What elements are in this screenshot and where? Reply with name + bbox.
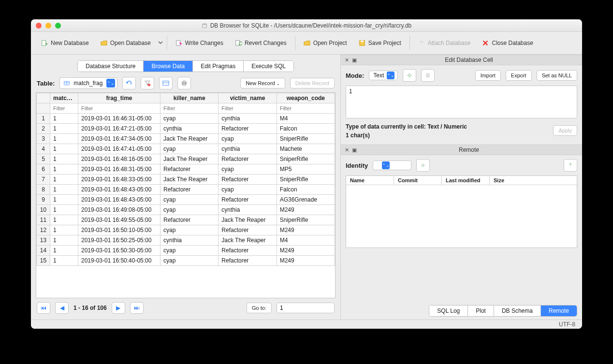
filter-input[interactable]: [221, 105, 273, 111]
cell[interactable]: Refactorer: [219, 246, 277, 256]
cell[interactable]: 1: [50, 175, 78, 185]
clear-filters-button[interactable]: [141, 77, 154, 89]
cell[interactable]: 2019-03-01 16:47:41-05:00: [78, 144, 161, 154]
cell[interactable]: cynthia: [219, 114, 277, 124]
filter-input[interactable]: [81, 105, 157, 111]
indent-button[interactable]: [421, 69, 435, 82]
cell[interactable]: 1: [50, 185, 78, 195]
cell[interactable]: Jack The Reaper: [219, 215, 277, 225]
cell[interactable]: 1: [50, 205, 78, 215]
table-row[interactable]: 712019-03-01 16:48:33-05:00Jack The Reap…: [37, 175, 335, 185]
tab-plot[interactable]: Plot: [468, 306, 494, 316]
column-header[interactable]: weapon_code: [277, 93, 335, 103]
next-page-button[interactable]: ▶: [112, 302, 125, 314]
cell[interactable]: 2019-03-01 16:47:34-05:00: [78, 134, 161, 144]
save-project-button[interactable]: Save Project: [354, 37, 406, 49]
panel-detach-icon[interactable]: ▣: [352, 57, 357, 63]
goto-button[interactable]: Go to:: [247, 303, 272, 313]
panel-close-icon[interactable]: ✕: [345, 147, 349, 153]
export-button[interactable]: Export: [506, 70, 532, 81]
cell[interactable]: M249: [277, 246, 335, 256]
cell[interactable]: 2019-03-01 16:50:25-05:00: [78, 235, 161, 246]
cell[interactable]: M4: [277, 114, 335, 124]
cell[interactable]: cyap: [219, 134, 277, 144]
cell[interactable]: Refactorer: [219, 175, 277, 185]
cell[interactable]: cyap: [161, 246, 219, 256]
table-row[interactable]: 612019-03-01 16:48:31-05:00Refactorercya…: [37, 164, 335, 175]
close-database-button[interactable]: Close Database: [478, 37, 537, 49]
cell[interactable]: Jack The Reaper: [161, 134, 219, 144]
close-window-button[interactable]: [36, 23, 42, 29]
cell[interactable]: Refactorer: [219, 124, 277, 134]
cell[interactable]: cyap: [161, 195, 219, 205]
import-button[interactable]: Import: [475, 70, 501, 81]
table-row[interactable]: 112019-03-01 16:46:31-05:00cyapcynthiaM4: [37, 114, 335, 124]
set-null-button[interactable]: Set as NULL: [537, 70, 577, 81]
cell[interactable]: 1: [50, 225, 78, 235]
column-header[interactable]: match_id: [50, 93, 78, 103]
new-database-button[interactable]: New Database: [37, 37, 93, 49]
table-row[interactable]: 912019-03-01 16:48:43-05:00cyapRefactore…: [37, 195, 335, 205]
cell[interactable]: 2019-03-01 16:48:16-05:00: [78, 154, 161, 164]
open-database-dropdown-icon[interactable]: [158, 40, 163, 46]
first-page-button[interactable]: ⏮: [37, 302, 50, 314]
cell[interactable]: SniperRifle: [277, 215, 335, 225]
remote-push-button[interactable]: [564, 159, 577, 172]
remote-col-name[interactable]: Name: [346, 176, 394, 185]
tab-db-schema[interactable]: DB Schema: [494, 306, 541, 316]
cell-value-editor[interactable]: 1: [346, 86, 577, 118]
cell[interactable]: 2019-03-01 16:48:43-05:00: [78, 185, 161, 195]
cell[interactable]: Jack The Reaper: [161, 154, 219, 164]
cell[interactable]: AG36Grenade: [277, 195, 335, 205]
cell[interactable]: 1: [50, 114, 78, 124]
remote-col-modified[interactable]: Last modified: [442, 176, 490, 185]
cell[interactable]: cyap: [161, 205, 219, 215]
cell[interactable]: 2019-03-01 16:47:21-05:00: [78, 124, 161, 134]
cell[interactable]: Falcon: [277, 124, 335, 134]
cell[interactable]: 2019-03-01 16:49:08-05:00: [78, 205, 161, 215]
cell[interactable]: M249: [277, 205, 335, 215]
cell[interactable]: cyap: [161, 225, 219, 235]
last-page-button[interactable]: ⏭: [130, 302, 144, 314]
identity-settings-button[interactable]: [416, 159, 430, 172]
cell[interactable]: MP5: [277, 164, 335, 175]
remote-col-commit[interactable]: Commit: [394, 176, 442, 185]
tab-database-structure[interactable]: Database Structure: [78, 61, 144, 72]
table-row[interactable]: 812019-03-01 16:48:43-05:00Refactorercya…: [37, 185, 335, 195]
cell[interactable]: 2019-03-01 16:50:40-05:00: [78, 256, 161, 266]
cell[interactable]: Refactorer: [219, 225, 277, 235]
data-grid[interactable]: match_id frag_time killer_name victim_na…: [36, 92, 336, 298]
table-row[interactable]: 212019-03-01 16:47:21-05:00cynthiaRefact…: [37, 124, 335, 134]
prev-page-button[interactable]: ◀: [55, 302, 69, 314]
cell[interactable]: Falcon: [277, 185, 335, 195]
new-record-button[interactable]: New Record⌄: [240, 78, 285, 88]
cell[interactable]: cyap: [161, 114, 219, 124]
tab-browse-data[interactable]: Browse Data: [144, 61, 193, 72]
cell[interactable]: cynthia: [219, 205, 277, 215]
write-changes-button[interactable]: Write Changes: [171, 37, 228, 49]
cell[interactable]: 2019-03-01 16:50:10-05:00: [78, 225, 161, 235]
filter-input[interactable]: [163, 105, 215, 111]
cell[interactable]: M4: [277, 235, 335, 246]
filter-input[interactable]: [53, 105, 75, 111]
cell[interactable]: Refactorer: [219, 195, 277, 205]
cell[interactable]: 1: [50, 235, 78, 246]
open-project-button[interactable]: Open Project: [299, 37, 351, 49]
table-row[interactable]: 1212019-03-01 16:50:10-05:00cyapRefactor…: [37, 225, 335, 235]
save-filter-button[interactable]: [159, 77, 173, 89]
cell[interactable]: cyap: [161, 256, 219, 266]
cell[interactable]: M249: [277, 256, 335, 266]
print-button[interactable]: [177, 77, 191, 89]
table-row[interactable]: 1512019-03-01 16:50:40-05:00cyapRefactor…: [37, 256, 335, 266]
cell[interactable]: Jack The Reaper: [161, 175, 219, 185]
cell[interactable]: 2019-03-01 16:48:31-05:00: [78, 164, 161, 175]
cell[interactable]: cyap: [161, 144, 219, 154]
cell[interactable]: cyap: [219, 185, 277, 195]
cell[interactable]: 2019-03-01 16:48:43-05:00: [78, 195, 161, 205]
column-header[interactable]: killer_name: [161, 93, 219, 103]
cell[interactable]: 1: [50, 164, 78, 175]
tab-sql-log[interactable]: SQL Log: [429, 306, 468, 316]
remote-col-size[interactable]: Size: [490, 176, 577, 185]
goto-input[interactable]: [277, 303, 335, 313]
table-row[interactable]: 1412019-03-01 16:50:30-05:00cyapRefactor…: [37, 246, 335, 256]
